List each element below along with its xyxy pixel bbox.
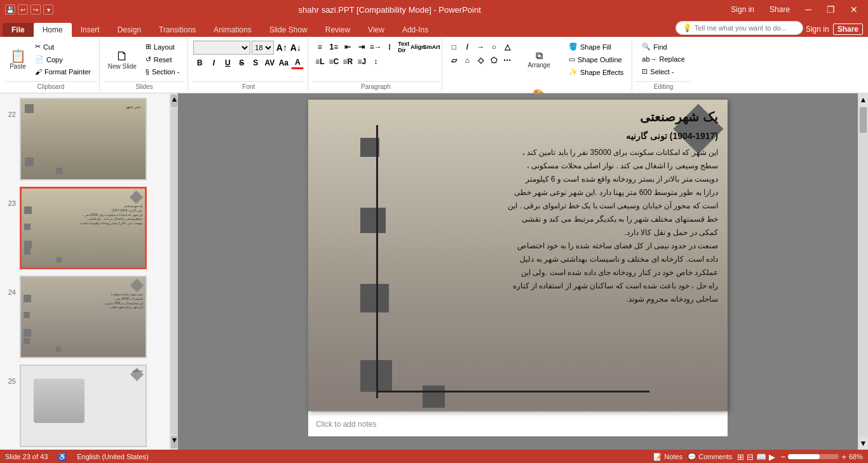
tell-me-input[interactable] [695, 24, 796, 32]
reading-view-button[interactable]: 📖 [756, 452, 766, 462]
decrease-font-button[interactable]: A↓ [289, 41, 302, 54]
redo-icon[interactable]: ↪ [31, 4, 41, 15]
close-button[interactable]: ✕ [845, 3, 863, 16]
change-case-button[interactable]: Aa [277, 57, 290, 69]
tab-view[interactable]: View [359, 23, 393, 37]
find-button[interactable]: 🔍 Find [637, 41, 689, 53]
scroll-up-btn[interactable]: ▲ [858, 93, 868, 106]
cut-button[interactable]: ✂ Cut [31, 41, 95, 53]
slide-thumb-22[interactable]: 22 متن شهر [3, 96, 167, 182]
slide-img-24[interactable]: چون چهار طبقه سطح با تاسیسات 35000 نفر..… [20, 276, 147, 358]
minimize-button[interactable]: ─ [800, 3, 817, 16]
slide-canvas[interactable]: یک شهرصنعتی (1904-1917) تونی گارنیه این … [308, 100, 728, 411]
convert-smartart-button[interactable]: SmArt [425, 41, 438, 53]
numbering-button[interactable]: 1≡ [327, 41, 340, 53]
shape-ellipse[interactable]: ○ [487, 41, 500, 53]
notes-placeholder[interactable]: Click to add notes [316, 420, 376, 429]
align-right-button[interactable]: ≡R [341, 55, 354, 68]
shape-pentagon[interactable]: ⬠ [487, 54, 500, 67]
align-left-button[interactable]: ≡L [313, 55, 326, 68]
slideshow-button[interactable]: ▶ [769, 452, 775, 462]
tab-insert[interactable]: Insert [72, 23, 109, 37]
undo-icon[interactable]: ↩ [18, 4, 28, 15]
zoom-in-button[interactable]: + [841, 452, 846, 462]
tab-slideshow[interactable]: Slide Show [261, 23, 316, 37]
save-icon[interactable]: 💾 [5, 4, 15, 15]
shape-rect[interactable]: □ [447, 41, 460, 53]
tab-home[interactable]: Home [34, 23, 72, 37]
bullets-button[interactable]: ≡ [313, 41, 326, 53]
shape-more[interactable]: ⋯ [501, 54, 513, 67]
right-scrollbar[interactable]: ▲ ▼ [858, 93, 868, 450]
align-center-button[interactable]: ≡C [327, 55, 340, 68]
notes-area[interactable]: Click to add notes [308, 411, 728, 436]
share-button[interactable]: Share [764, 3, 795, 16]
normal-view-button[interactable]: ⊞ [737, 452, 744, 462]
scroll-thumb-right[interactable] [860, 107, 867, 133]
slide-text-area[interactable]: یک شهرصنعتی (1904-1917) تونی گارنیه این … [400, 109, 718, 306]
slide-thumb-23[interactable]: 23 یک شهرصنعتی تونی گارنیه (1904-1917) ا… [3, 185, 167, 271]
slide-img-23[interactable]: یک شهرصنعتی تونی گارنیه (1904-1917) این … [20, 187, 147, 269]
tab-review[interactable]: Review [316, 23, 359, 37]
shape-parallelogram[interactable]: ▱ [447, 54, 460, 67]
copy-button[interactable]: 📄 Copy [31, 53, 95, 65]
align-text-button[interactable]: Align [411, 41, 424, 53]
arrange-button[interactable]: ⧉ Arrange [516, 41, 562, 79]
signin-link[interactable]: Sign in [806, 25, 829, 34]
font-family-select[interactable] [193, 41, 250, 55]
shape-arrow[interactable]: → [474, 41, 487, 53]
justify-button[interactable]: ≡J [355, 55, 368, 68]
share-link[interactable]: Share [833, 23, 863, 35]
select-button[interactable]: ⊡ Select - [637, 65, 689, 77]
slide-thumb-25[interactable]: 25 متن تکمیلی [3, 363, 167, 449]
customize-qa-icon[interactable]: ▾ [43, 4, 53, 15]
shape-effects-button[interactable]: ✨ Shape Effects [564, 66, 628, 78]
slide-img-25[interactable]: متن تکمیلی [20, 365, 147, 447]
tab-animations[interactable]: Animations [205, 23, 260, 37]
comments-button[interactable]: 💬 Comments [688, 453, 732, 461]
text-direction-button[interactable]: Text Dir [397, 41, 410, 53]
text-shadow-button[interactable]: S [249, 57, 262, 69]
shape-outline-button[interactable]: ▭ Shape Outline [564, 53, 628, 65]
italic-button[interactable]: I [207, 57, 220, 69]
gray-sq-3[interactable] [360, 284, 389, 312]
shape-line[interactable]: / [461, 41, 473, 53]
decrease-indent-button[interactable]: ⇤ [341, 41, 354, 53]
tab-design[interactable]: Design [109, 23, 150, 37]
zoom-slider[interactable] [788, 454, 839, 459]
font-color-button[interactable]: A [291, 57, 304, 69]
strikethrough-button[interactable]: S [235, 57, 248, 69]
slide-thumb-24[interactable]: 24 چون چهار طبقه سطح با تاسیسات 35000 نف… [3, 274, 167, 360]
columns-button[interactable]: ⫶ [383, 41, 396, 53]
shape-fill-button[interactable]: 🪣 Shape Fill [564, 41, 628, 53]
slide-panel-scrollbar[interactable]: ▲ ▼ [170, 93, 178, 450]
restore-button[interactable]: ❐ [822, 3, 840, 16]
layout-button[interactable]: ⊞ Layout [141, 41, 184, 53]
font-size-select[interactable]: 18+ [252, 41, 274, 55]
char-spacing-button[interactable]: AV [263, 57, 276, 69]
slide-panel[interactable]: 22 متن شهر 23 یک شهرصنعتی تونی گارنیه (1… [0, 93, 170, 450]
replace-button[interactable]: ab→ Replace [637, 53, 689, 65]
sign-in-button[interactable]: Sign in [726, 3, 759, 16]
slide-sorter-button[interactable]: ⊟ [747, 452, 754, 462]
zoom-out-button[interactable]: − [780, 452, 785, 462]
shape-triangle[interactable]: △ [501, 41, 513, 53]
notes-button[interactable]: 📝 Notes [653, 453, 682, 461]
gray-sq-2[interactable] [360, 208, 386, 233]
slide-img-22[interactable]: متن شهر [20, 98, 147, 180]
shape-diamond[interactable]: ◇ [474, 54, 487, 67]
tab-file[interactable]: File [3, 23, 34, 37]
underline-button[interactable]: U [221, 57, 234, 69]
gray-sq-5[interactable] [423, 386, 445, 408]
scroll-up[interactable]: ▲ [171, 95, 177, 107]
format-painter-button[interactable]: 🖌 Format Painter [31, 66, 95, 77]
section-button[interactable]: § Section - [141, 66, 184, 77]
smartart-indent-button[interactable]: ≡→ [369, 41, 382, 53]
reset-button[interactable]: ↺ Reset [141, 53, 184, 65]
scroll-thumb[interactable] [171, 109, 177, 434]
increase-indent-button[interactable]: ⇥ [355, 41, 368, 53]
tab-addins[interactable]: Add-Ins [393, 23, 437, 37]
line-spacing-button[interactable]: ↕ [369, 55, 382, 68]
paste-button[interactable]: 📋 Paste [6, 41, 29, 79]
scroll-down[interactable]: ▼ [171, 436, 177, 448]
